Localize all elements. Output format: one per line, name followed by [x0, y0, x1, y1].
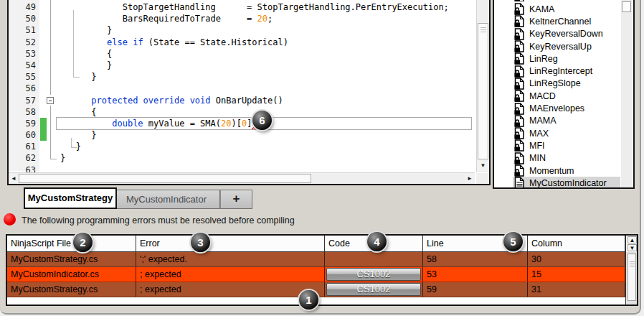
- list-item-max[interactable]: MAX: [513, 127, 620, 139]
- code-segment: {: [60, 107, 97, 117]
- scrollbar-thumb[interactable]: [628, 254, 636, 301]
- code-line[interactable]: }: [60, 24, 470, 36]
- list-item-linregintercept[interactable]: LinRegIntercept: [513, 65, 620, 77]
- scrollbar-thumb[interactable]: [622, 1, 631, 12]
- table-row[interactable]: MyCustomStrategy.cs';' expected.5830: [7, 252, 637, 267]
- code-line[interactable]: }: [60, 129, 470, 141]
- code-segment: BarsRequiredToTrade =: [60, 14, 257, 24]
- code-line[interactable]: StopTargetHandling = StopTargetHandling.…: [60, 1, 470, 13]
- list-item-macd[interactable]: MACD: [513, 90, 620, 102]
- code-segment: }: [60, 25, 112, 35]
- code-segment: else if: [107, 37, 143, 47]
- cell-column: 30: [528, 252, 625, 266]
- line-number: 56: [9, 83, 39, 94]
- cell-line: 58: [423, 252, 528, 266]
- cell-error: ';' expected.: [136, 252, 325, 266]
- scroll-down-icon[interactable]: ▼: [628, 244, 637, 251]
- fold-collapse-icon[interactable]: [47, 97, 54, 104]
- locked-script-icon: [514, 90, 525, 102]
- locked-script-icon: [514, 78, 525, 90]
- list-item-mama[interactable]: MAMA: [513, 115, 620, 127]
- list-item-momentum[interactable]: Momentum: [513, 164, 620, 177]
- locked-script-icon: [514, 127, 525, 139]
- line-number: 52: [9, 37, 39, 48]
- cell-code: [325, 252, 423, 266]
- list-item-maenvelopes[interactable]: MAEnvelopes: [513, 102, 620, 114]
- error-table: NinjaScript FileErrorCodeLineColumn MyCu…: [6, 234, 638, 306]
- list-item-label: KeltnerChannel: [529, 17, 591, 27]
- code-line[interactable]: }: [60, 152, 470, 164]
- list-item-linregslope[interactable]: LinRegSlope: [513, 78, 620, 90]
- code-segment: myValue = SMA(: [143, 118, 221, 129]
- cell-error: ; expected: [136, 267, 325, 282]
- code-segment: 20: [221, 118, 231, 129]
- locked-script-icon: [514, 103, 525, 115]
- code-text[interactable]: StopTargetHandling = StopTargetHandling.…: [60, 1, 470, 177]
- scroll-buttons: ▲ ▼: [625, 236, 637, 252]
- scroll-up-icon[interactable]: ▲: [628, 236, 637, 243]
- code-segment: }: [60, 72, 97, 82]
- cell-ninjascript-file: MyCustomStrategy.cs: [7, 282, 136, 297]
- code-line[interactable]: [60, 83, 470, 94]
- list-item-min[interactable]: MIN: [513, 152, 620, 164]
- locked-script-icon: [514, 115, 525, 127]
- code-segment: StopTargetHandling = StopTargetHandling.…: [60, 2, 449, 12]
- list-item-keyreversalup[interactable]: KeyReversalUp: [513, 40, 620, 52]
- list-item-mfi[interactable]: MFI: [513, 139, 620, 152]
- code-segment: [60, 118, 112, 129]
- locked-script-icon: [514, 40, 525, 52]
- code-line[interactable]: else if (State == State.Historical): [60, 37, 470, 48]
- line-number: 55: [9, 71, 39, 83]
- code-line[interactable]: [60, 164, 470, 176]
- scroll-left-icon[interactable]: ◄: [9, 174, 18, 183]
- callout-badge-4: 4: [367, 232, 387, 251]
- changed-lines-margin: [40, 1, 47, 172]
- script-icon: [514, 177, 525, 189]
- editor-vertical-scrollbar[interactable]: ▼: [476, 0, 489, 172]
- line-number: 58: [9, 106, 39, 118]
- panel-scrollbar[interactable]: [621, 0, 633, 187]
- list-item-kama[interactable]: KAMA: [513, 3, 620, 15]
- locked-script-icon: [514, 15, 525, 27]
- tab-mycustomstrategy[interactable]: MyCustomStrategy: [24, 187, 117, 209]
- code-line[interactable]: }: [60, 71, 470, 83]
- table-scrollbar[interactable]: ▲ ▼: [625, 236, 637, 305]
- line-number: 57: [9, 95, 39, 106]
- callout-badge-5: 5: [503, 232, 523, 251]
- cell-column: 31: [528, 282, 625, 297]
- code-line[interactable]: {: [60, 48, 470, 60]
- list-item-label: MAX: [529, 129, 549, 139]
- list-item-keltnerchannel[interactable]: KeltnerChannel: [513, 15, 620, 27]
- table-row[interactable]: MyCustomIndicator.cs; expectedCS10025315: [7, 267, 637, 282]
- list-item-mycustomindicator[interactable]: MyCustomIndicator: [513, 177, 620, 189]
- scrollbar-corner: [476, 173, 489, 184]
- ninjascript-editor-window: 495051525354555657585960616263 StopTarge…: [0, 0, 641, 315]
- list-item-linreg[interactable]: LinReg: [513, 52, 620, 65]
- new-tab-button[interactable]: +: [220, 190, 252, 209]
- table-row[interactable]: MyCustomStrategy.cs; expectedCS10025931: [7, 282, 637, 297]
- column-header-error[interactable]: Error: [136, 236, 325, 251]
- code-line[interactable]: }: [60, 60, 470, 71]
- locked-script-icon: [514, 139, 525, 152]
- fold-scope-line: [50, 106, 51, 159]
- list-item-label: KeyReversalUp: [529, 42, 592, 52]
- cell-code: CS1002: [325, 267, 423, 282]
- tab-mycustomindicator[interactable]: MyCustomIndicator: [117, 190, 220, 209]
- column-header-ninjascript-file[interactable]: NinjaScript File: [7, 236, 136, 251]
- scroll-down-icon[interactable]: ▼: [478, 161, 488, 171]
- locked-script-icon: [514, 52, 525, 65]
- list-item-keyreversaldown[interactable]: KeyReversalDown: [513, 28, 620, 40]
- code-segment: ;: [267, 14, 273, 24]
- code-segment: 20: [257, 14, 267, 24]
- callout-badge-3: 3: [191, 233, 210, 252]
- code-line[interactable]: protected override void OnBarUpdate(): [60, 95, 470, 106]
- error-code-button[interactable]: CS1002: [326, 268, 421, 281]
- locked-script-icon: [514, 65, 525, 78]
- code-line[interactable]: BarsRequiredToTrade = 20;: [60, 13, 470, 24]
- column-header-column[interactable]: Column: [528, 236, 625, 251]
- scrollbar-track[interactable]: [625, 252, 637, 305]
- locked-script-icon: [514, 152, 525, 164]
- scrollbar-thumb[interactable]: [478, 23, 488, 159]
- code-line[interactable]: }: [60, 141, 470, 152]
- error-code-button[interactable]: CS1002: [326, 283, 421, 296]
